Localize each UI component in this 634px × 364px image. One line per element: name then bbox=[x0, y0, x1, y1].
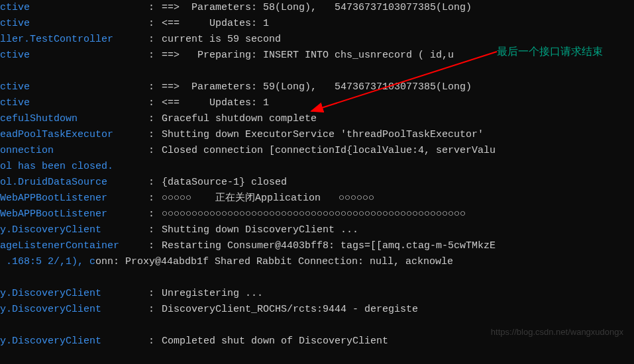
log-line: ageListenerContainer: Restarting Consume… bbox=[0, 238, 634, 254]
log-separator: : bbox=[148, 302, 162, 318]
log-message: Graceful shutdown complete bbox=[162, 111, 317, 127]
log-source: ol.DruidDataSource bbox=[0, 175, 148, 191]
log-line: eadPoolTaskExecutor: Shutting down Execu… bbox=[0, 127, 634, 143]
log-message: DiscoveryClient_RO‎‎‎CH‎‎S/rc‎‎‎‎‎‎ts:94… bbox=[162, 302, 418, 318]
log-line: ‎‎ .168:5‎ ‎2/,1), conn: Proxy@44abdb1f … bbox=[0, 254, 634, 270]
log-message: <== Updates: 1 bbox=[162, 95, 269, 111]
log-separator: : bbox=[148, 16, 162, 32]
log-source: ctive bbox=[0, 79, 148, 95]
annotation-label: 最后一个接口请求结束 bbox=[497, 44, 603, 60]
log-message: Unregistering ... bbox=[162, 286, 263, 302]
log-source: y.DiscoveryClient bbox=[0, 334, 148, 349]
log-line: ctive: ==> Parameters: 58(Long), ‎547367… bbox=[0, 0, 634, 16]
log-message: current is 59 second bbox=[162, 32, 281, 48]
log-line bbox=[0, 270, 634, 286]
log-line: ol.DruidDataSource: {dataSource-1} close… bbox=[0, 175, 634, 191]
log-separator: : bbox=[148, 286, 162, 302]
log-source: y.DiscoveryClient bbox=[0, 286, 148, 302]
log-message: ==> Parameters: 59(Long), ‎5473673710307… bbox=[162, 79, 472, 95]
log-separator: : bbox=[148, 191, 162, 206]
log-line: ctive: <== Updates: 1 bbox=[0, 16, 634, 32]
log-line: y.DiscoveryClient: Unregistering ... bbox=[0, 286, 634, 302]
log-line: WebAPPBootListener: ○○○○○ 正在关闭Applicatio… bbox=[0, 191, 634, 206]
log-source: ageListenerContainer bbox=[0, 238, 148, 254]
log-source: y.DiscoveryClient bbox=[0, 302, 148, 318]
log-line: onnection: Closed connection [connection… bbox=[0, 143, 634, 159]
log-message: Closed connection [connectionId{localVal… bbox=[162, 143, 496, 159]
log-separator: : bbox=[148, 0, 162, 16]
log-source: WebAPPBootListener bbox=[0, 191, 148, 206]
log-separator: : bbox=[148, 48, 162, 64]
log-separator: : bbox=[148, 222, 162, 238]
log-source: eadPoolTaskExecutor bbox=[0, 127, 148, 143]
log-source: WebAPPBootListener bbox=[0, 206, 148, 222]
log-line: ctive: <== Updates: 1 bbox=[0, 95, 634, 111]
log-message: Shutting down DiscoveryClient ... bbox=[162, 222, 358, 238]
log-message: ○○○○○ 正在关闭Application ○○○○○○ bbox=[162, 191, 374, 206]
log-line: WebAPPBootListener: ○○○○○○○○○○○○○○○○○○○○… bbox=[0, 206, 634, 222]
log-full: ‎‎ .168:5‎ ‎2/,1), conn: Proxy@44abdb1f … bbox=[0, 254, 453, 270]
log-message: ○○○○○○○○○○○○○○○○○○○○○○○○○○○○○○○○○○○○○○○○… bbox=[162, 206, 466, 222]
log-separator: : bbox=[148, 175, 162, 191]
log-line: ol has been closed. bbox=[0, 159, 634, 175]
log-separator: : bbox=[148, 143, 162, 159]
log-message: {dataSource-1} closed bbox=[162, 175, 287, 191]
log-separator: : bbox=[148, 32, 162, 48]
log-source bbox=[0, 318, 148, 334]
log-separator: : bbox=[148, 334, 162, 349]
watermark: https://blog.csdn.net/wangxudongx bbox=[491, 324, 623, 340]
log-source: ctive bbox=[0, 16, 148, 32]
log-message: ==> Parameters: 58(Long), ‎5473673710307… bbox=[162, 0, 472, 16]
log-source: ctive bbox=[0, 95, 148, 111]
log-line bbox=[0, 64, 634, 79]
log-source: ctive bbox=[0, 48, 148, 64]
log-separator bbox=[148, 64, 162, 79]
log-source: onnection bbox=[0, 143, 148, 159]
log-line: y.DiscoveryClient: Shutting down Discove… bbox=[0, 222, 634, 238]
log-separator: : bbox=[148, 127, 162, 143]
log-source: y.DiscoveryClient bbox=[0, 222, 148, 238]
log-message: Shutting down ExecutorService 'threadPoo… bbox=[162, 127, 484, 143]
log-separator: : bbox=[148, 95, 162, 111]
log-source bbox=[0, 64, 148, 79]
log-message: <== Updates: 1 bbox=[162, 16, 269, 32]
log-message: ==> Preparing: INSERT INTO ch‎‎‎s_us‎‎‎‎… bbox=[162, 48, 454, 64]
log-message: Restarting Consumer@4403bff8: tags=[[amq… bbox=[162, 238, 496, 254]
log-source: cefulShutdown bbox=[0, 111, 148, 127]
log-separator bbox=[148, 159, 162, 175]
log-source: ller.TestController bbox=[0, 32, 148, 48]
log-line: y.DiscoveryClient: DiscoveryClient_RO‎‎‎… bbox=[0, 302, 634, 318]
log-source: ctive bbox=[0, 0, 148, 16]
log-separator bbox=[148, 270, 162, 286]
log-message: Completed shut down of DiscoveryClient bbox=[162, 334, 388, 349]
log-source bbox=[0, 270, 148, 286]
log-separator: : bbox=[148, 79, 162, 95]
log-separator: : bbox=[148, 111, 162, 127]
log-separator: : bbox=[148, 238, 162, 254]
log-line: cefulShutdown: Graceful shutdown complet… bbox=[0, 111, 634, 127]
log-separator bbox=[148, 318, 162, 334]
log-source: ol has been closed. bbox=[0, 159, 148, 175]
log-line: ctive: ==> Parameters: 59(Long), ‎547367… bbox=[0, 79, 634, 95]
log-separator: : bbox=[148, 206, 162, 222]
